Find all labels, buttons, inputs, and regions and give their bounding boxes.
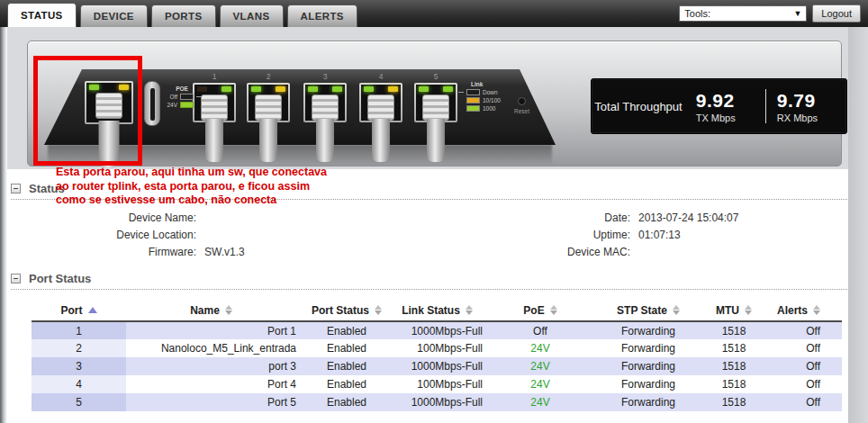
port-row-2: 2Nanoloco_M5_Link_entradaEnabled100Mbps-… xyxy=(32,339,842,357)
poe-led xyxy=(419,86,429,92)
cell-port: 4 xyxy=(32,375,126,393)
cell-stp-state: Forwarding xyxy=(594,339,702,357)
tab-status[interactable]: STATUS xyxy=(7,3,77,27)
page-left-edge xyxy=(0,27,7,423)
cell-name: Nanoloco_M5_Link_entrada xyxy=(126,339,302,357)
column-header-mtu[interactable]: MTU xyxy=(702,300,765,321)
link-legend-label: 10/100 xyxy=(483,97,501,104)
sort-icons xyxy=(550,305,557,315)
column-header-port-status[interactable]: Port Status xyxy=(302,300,392,321)
column-header-label: Link Status xyxy=(402,304,460,317)
cell-link-status: 1000Mbps-Full xyxy=(392,357,486,375)
port-number-label: 1 xyxy=(212,72,217,81)
field-label: Device Location: xyxy=(11,229,196,241)
ethernet-cable xyxy=(259,119,277,162)
handwritten-note-line: Esta porta parou, aqui tinha um sw, que … xyxy=(56,166,327,180)
logout-label: Logout xyxy=(821,8,852,19)
cell-poe: 24V xyxy=(486,357,594,375)
link-legend-label: 1000 xyxy=(483,105,495,112)
logout-button[interactable]: Logout xyxy=(812,4,861,22)
link-led xyxy=(222,86,231,92)
status-field: Device Name: xyxy=(11,209,389,226)
poe-led xyxy=(308,86,318,92)
rj45-port-2 xyxy=(247,83,290,122)
ethernet-cable xyxy=(372,119,390,162)
cell-port: 2 xyxy=(32,339,126,357)
rj45-port-3 xyxy=(303,83,347,122)
ethernet-cable xyxy=(427,119,445,162)
field-label: Date: xyxy=(434,212,630,224)
sort-ascending-icon xyxy=(88,307,97,313)
poe-on-swatch xyxy=(180,102,194,108)
tab-vlans[interactable]: VLANS xyxy=(220,4,284,27)
sort-icons xyxy=(225,305,232,315)
column-header-alerts[interactable]: Alerts xyxy=(765,300,842,321)
rj45-port-5 xyxy=(414,83,457,122)
tab-device[interactable]: DEVICE xyxy=(80,4,148,27)
cell-alerts: Off xyxy=(765,357,842,375)
column-header-label: STP State xyxy=(617,304,667,317)
link-led xyxy=(332,86,342,92)
status-field: Device MAC: xyxy=(434,243,812,260)
link-legend-item: 10/100 xyxy=(458,97,501,104)
cell-port-status: Enabled xyxy=(302,339,392,357)
cell-name: Port 5 xyxy=(126,393,302,411)
collapse-icon[interactable] xyxy=(11,274,21,284)
column-header-port[interactable]: Port xyxy=(32,300,126,321)
cell-poe: 24V xyxy=(486,393,594,411)
ethernet-plug xyxy=(367,94,394,121)
field-label: Device Name: xyxy=(11,212,196,224)
cell-link-status: 100Mbps-Full xyxy=(392,375,486,393)
status-field: Firmware:SW.v1.3 xyxy=(11,243,389,260)
throughput-panel: Total Throughput 9.92 TX Mbps 9.79 RX Mb… xyxy=(591,78,847,134)
ethernet-plug xyxy=(201,94,228,121)
column-header-poe[interactable]: PoE xyxy=(486,300,594,321)
cell-link-status: 1000Mbps-Full xyxy=(392,393,486,411)
throughput-title: Total Throughput xyxy=(592,100,696,113)
page-right-edge xyxy=(848,27,868,423)
field-value: SW.v1.3 xyxy=(196,246,245,258)
port-row-5: 5Port 5Enabled1000Mbps-Full24VForwarding… xyxy=(32,393,842,411)
status-field: Date:2013-07-24 15:04:07 xyxy=(434,209,812,226)
link-legend-item: Down xyxy=(458,89,501,95)
cell-name: Port 4 xyxy=(126,375,302,393)
field-label: Uptime: xyxy=(434,229,630,241)
cell-port: 1 xyxy=(32,321,126,339)
column-header-stp-state[interactable]: STP State xyxy=(594,300,702,321)
cell-alerts: Off xyxy=(765,393,842,411)
cell-alerts: Off xyxy=(765,375,842,393)
port-status-table: PortNamePort StatusLink StatusPoESTP Sta… xyxy=(32,300,842,411)
tab-bar: STATUSDEVICEPORTSVLANSALERTS xyxy=(7,3,357,27)
cell-port-status: Enabled xyxy=(302,357,392,375)
device-banner: 12345 POE Off 24V Link Down10/1001000 Re… xyxy=(27,40,842,166)
rj45-port-4 xyxy=(359,83,402,122)
port-number-label: 2 xyxy=(267,72,271,81)
poe-legend: POE Off 24V xyxy=(165,86,202,110)
port-number-label: 5 xyxy=(434,72,439,81)
link-led xyxy=(388,86,398,92)
cell-mtu: 1518 xyxy=(702,393,765,411)
port-row-4: 4Port 4Enabled100Mbps-Full24VForwarding1… xyxy=(32,375,842,393)
link-swatch xyxy=(466,97,480,104)
field-value: 2013-07-24 15:04:07 xyxy=(630,212,738,224)
ethernet-plug xyxy=(312,94,339,121)
throughput-divider xyxy=(765,89,766,123)
collapse-icon[interactable] xyxy=(11,184,21,194)
port-status-section: Port Status xyxy=(11,272,860,290)
cell-alerts: Off xyxy=(765,321,842,339)
tab-ports[interactable]: PORTS xyxy=(151,4,216,27)
column-header-link-status[interactable]: Link Status xyxy=(392,300,486,321)
link-led xyxy=(276,86,285,92)
tools-dropdown[interactable]: Tools: ▼ xyxy=(679,5,807,22)
field-label: Firmware: xyxy=(11,246,196,258)
link-swatch xyxy=(466,89,480,95)
sort-icons xyxy=(375,305,382,315)
link-legend-label: Down xyxy=(483,89,498,95)
cell-stp-state: Forwarding xyxy=(594,393,702,411)
link-legend: Link Down10/1001000 xyxy=(458,81,501,113)
column-header-name[interactable]: Name xyxy=(126,300,302,321)
rx-unit: RX Mbps xyxy=(777,112,846,123)
tab-alerts[interactable]: ALERTS xyxy=(287,4,357,27)
reset-button-icon xyxy=(518,97,526,105)
cell-mtu: 1518 xyxy=(702,357,765,375)
